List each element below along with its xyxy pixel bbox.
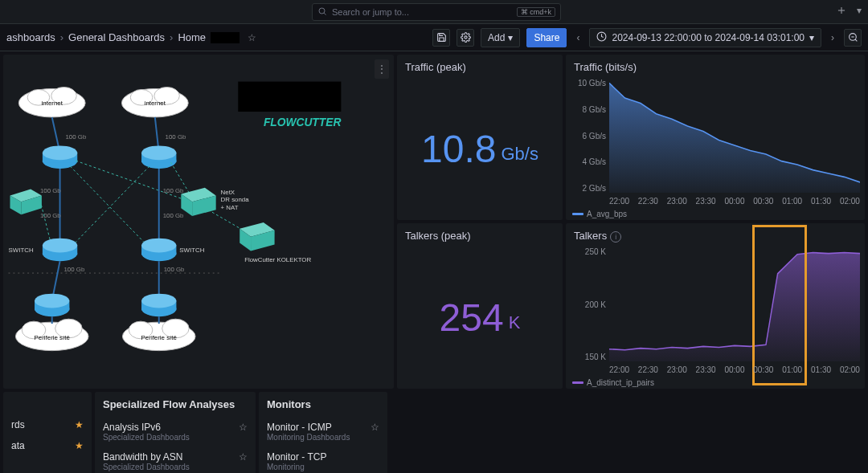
- svg-text:100 Gb: 100 Gb: [163, 212, 184, 219]
- cloud-periferie-2: Periferie sítě: [122, 319, 195, 350]
- svg-text:100 Gb: 100 Gb: [40, 212, 61, 219]
- info-icon[interactable]: i: [610, 231, 621, 243]
- talkers-legend[interactable]: A_distinct_ip_pairs: [572, 378, 654, 387]
- svg-text:100 Gb: 100 Gb: [65, 133, 86, 141]
- svg-text:SWITCH: SWITCH: [179, 247, 204, 254]
- router-3: [43, 239, 77, 262]
- crumb-3[interactable]: Home: [178, 31, 206, 43]
- svg-point-4: [464, 36, 466, 39]
- chevron-down-icon[interactable]: ▾: [857, 5, 862, 18]
- svg-text:DR sonda: DR sonda: [221, 196, 250, 203]
- list-item[interactable]: Monitor - TCPMonitoring: [267, 446, 379, 473]
- brand-label: FLOWCUTTER: [264, 116, 341, 128]
- cloud-periferie-1: Periferie sítě: [15, 319, 88, 350]
- panel-title: Talkersi: [566, 223, 865, 249]
- talkers-peak-unit: K: [509, 312, 521, 333]
- specialized-list: Specialized Flow Analyses Analysis IPv6S…: [95, 392, 256, 473]
- netx-box: [181, 188, 215, 216]
- zoom-out-icon[interactable]: [844, 29, 862, 47]
- svg-text:100 Gb: 100 Gb: [63, 266, 84, 273]
- list-item[interactable]: Analysis IPv6Specialized Dashboards ☆: [103, 417, 248, 446]
- time-next[interactable]: ›: [828, 32, 837, 43]
- search-kbd: ⌘ cmd+k: [517, 7, 555, 17]
- list-title: Specialized Flow Analyses: [103, 398, 248, 410]
- left-box: [10, 190, 41, 215]
- svg-text:100 Gb: 100 Gb: [40, 187, 61, 194]
- search-input[interactable]: Search or jump to... ⌘ cmd+k: [312, 3, 561, 21]
- talkers-plot[interactable]: [609, 247, 860, 361]
- list-item[interactable]: ata ★: [11, 435, 84, 456]
- traffic-xaxis: 22:0022:3023:0023:3000:0000:3001:0001:30…: [609, 197, 860, 206]
- router-1: [43, 145, 77, 169]
- svg-text:100 Gb: 100 Gb: [164, 266, 185, 273]
- router-4: [141, 239, 176, 262]
- clock-icon: [596, 31, 607, 44]
- talkers-yaxis: 250 K 200 K 150 K: [572, 247, 606, 361]
- subbar: ashboards › General Dashboards › Home ☆ …: [0, 24, 868, 51]
- time-picker[interactable]: 2024-09-13 22:00:00 to 2024-09-14 03:01:…: [589, 28, 821, 47]
- router-2: [141, 145, 176, 169]
- svg-point-68: [35, 294, 69, 308]
- topology-panel: ⋮ FLOWCUTTER internet internet: [3, 55, 394, 389]
- share-button[interactable]: Share: [526, 28, 567, 47]
- svg-point-24: [43, 145, 77, 160]
- svg-text:100 Gb: 100 Gb: [166, 133, 186, 141]
- star-icon[interactable]: ★: [75, 419, 84, 430]
- panel-title: Traffic (bits/s): [566, 55, 865, 80]
- router-5: [35, 294, 69, 317]
- svg-text:NetX: NetX: [221, 189, 235, 196]
- favorite-toggle[interactable]: ☆: [248, 32, 256, 43]
- panel-title: Traffic (peak): [397, 55, 563, 80]
- svg-text:+ NAT: + NAT: [221, 204, 239, 211]
- crumb-1[interactable]: ashboards: [6, 31, 55, 43]
- list-title: Monitors: [267, 398, 379, 410]
- svg-text:SWITCH: SWITCH: [9, 247, 34, 254]
- cloud-internet-1: internet: [18, 87, 85, 116]
- svg-point-58: [141, 239, 176, 253]
- traffic-peak-unit: Gb/s: [501, 144, 538, 165]
- traffic-chart-panel: Traffic (bits/s) 10 Gb/s 8 Gb/s 6 Gb/s 4…: [566, 55, 865, 220]
- traffic-peak-value: 10.8: [421, 127, 496, 171]
- star-icon[interactable]: ☆: [239, 451, 248, 463]
- save-icon[interactable]: [432, 29, 450, 47]
- traffic-yaxis: 10 Gb/s 8 Gb/s 6 Gb/s 4 Gb/s 2 Gb/s: [572, 79, 606, 193]
- traffic-plot[interactable]: [609, 79, 860, 193]
- add-button[interactable]: Add▾: [481, 28, 520, 47]
- crumb-2[interactable]: General Dashboards: [68, 31, 165, 43]
- svg-point-0: [319, 8, 325, 14]
- cloud-internet-2: internet: [121, 87, 188, 116]
- list-item[interactable]: Monitor - ICMPMonitoring Dashboards ☆: [267, 417, 379, 446]
- traffic-peak-panel: Traffic (peak) 10.8 Gb/s: [397, 55, 563, 220]
- list-item[interactable]: Bandwidth by ASNSpecialized Dashboards ☆: [103, 446, 248, 473]
- breadcrumb: ashboards › General Dashboards › Home: [6, 31, 240, 43]
- time-prev[interactable]: ‹: [573, 32, 583, 43]
- svg-point-27: [141, 145, 176, 160]
- svg-text:100 Gb: 100 Gb: [163, 187, 184, 194]
- talkers-peak-panel: Talkers (peak) 254 K: [397, 223, 563, 389]
- svg-text:Periferie sítě: Periferie sítě: [141, 334, 178, 341]
- traffic-legend[interactable]: A_avg_bps: [572, 210, 627, 218]
- gear-icon[interactable]: [457, 29, 474, 47]
- star-icon[interactable]: ☆: [371, 422, 379, 433]
- list-item[interactable]: rds ★: [11, 414, 84, 435]
- add-icon[interactable]: [836, 5, 847, 18]
- svg-line-7: [854, 39, 856, 41]
- redacted: [211, 32, 240, 43]
- kolektor-box: [240, 222, 274, 251]
- svg-text:internet: internet: [145, 100, 166, 107]
- star-icon[interactable]: ★: [75, 440, 84, 451]
- talkers-peak-value: 254: [440, 296, 504, 340]
- router-6: [141, 294, 176, 317]
- star-icon[interactable]: ☆: [239, 422, 248, 433]
- svg-point-55: [43, 239, 77, 253]
- search-icon: [317, 6, 327, 18]
- talkers-chart-panel: Talkersi 250 K 200 K 150 K 22:0022:3023:…: [566, 223, 865, 389]
- panel-title: Talkers (peak): [397, 223, 563, 248]
- monitors-list: Monitors Monitor - ICMPMonitoring Dashbo…: [259, 392, 387, 473]
- talkers-xaxis: 22:0022:3023:0023:3000:0000:3001:0001:30…: [609, 365, 860, 374]
- time-range-label: 2024-09-13 22:00:00 to 2024-09-14 03:01:…: [612, 32, 805, 43]
- svg-text:internet: internet: [42, 100, 63, 107]
- topbar: Search or jump to... ⌘ cmd+k ▾: [0, 0, 868, 24]
- svg-text:FlowCutter KOLEKTOR: FlowCutter KOLEKTOR: [244, 256, 311, 263]
- svg-point-71: [141, 294, 176, 308]
